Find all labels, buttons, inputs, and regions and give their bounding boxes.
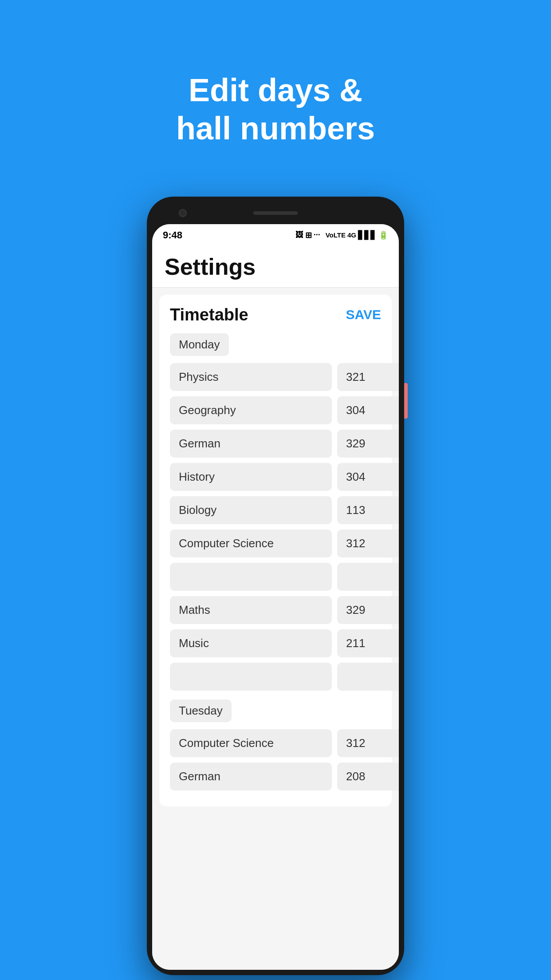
- subject-input-music[interactable]: [170, 629, 332, 657]
- subject-input-maths[interactable]: [170, 596, 332, 624]
- subject-input-german[interactable]: [170, 430, 332, 458]
- status-bars: ▋▋▋: [358, 230, 377, 240]
- subject-input-empty1[interactable]: [170, 563, 332, 591]
- subject-input-geography[interactable]: [170, 396, 332, 424]
- status-icon-photos: 🖼: [295, 230, 303, 240]
- table-row-empty2: [170, 663, 381, 691]
- status-battery: 🔋: [378, 230, 388, 240]
- room-input-music[interactable]: [337, 629, 399, 657]
- side-button: [404, 383, 408, 419]
- subject-input-cs1[interactable]: [170, 530, 332, 557]
- status-time: 9:48: [163, 229, 182, 241]
- table-row: [170, 729, 381, 757]
- card-title: Timetable: [170, 305, 248, 324]
- table-row: [170, 396, 381, 424]
- table-row: [170, 596, 381, 624]
- table-row: [170, 430, 381, 458]
- camera-icon: [179, 209, 187, 217]
- room-input-empty2[interactable]: [337, 663, 399, 691]
- subject-input-history[interactable]: [170, 463, 332, 491]
- status-icons: 🖼 ⊞ ··· VoLTE 4G ▋▋▋ 🔋: [295, 230, 388, 240]
- card-header: Timetable SAVE: [170, 305, 381, 324]
- room-input-cs1[interactable]: [337, 530, 399, 557]
- subject-input-biology[interactable]: [170, 496, 332, 524]
- hero-title: Edit days & hall numbers: [0, 36, 551, 174]
- status-signal: VoLTE: [326, 231, 346, 239]
- table-row: [170, 629, 381, 657]
- day-label-tuesday: Tuesday: [170, 699, 232, 722]
- day-label-monday: Monday: [170, 333, 229, 356]
- phone-notch: [152, 202, 399, 224]
- speaker: [253, 211, 298, 215]
- room-input-biology[interactable]: [337, 496, 399, 524]
- room-input-maths[interactable]: [337, 596, 399, 624]
- room-input-history[interactable]: [337, 463, 399, 491]
- table-row: [170, 763, 381, 790]
- table-row: [170, 496, 381, 524]
- timetable-card: Timetable SAVE Monday: [159, 295, 392, 806]
- page-title: Settings: [165, 253, 386, 280]
- room-input-empty1[interactable]: [337, 563, 399, 591]
- room-input-german[interactable]: [337, 430, 399, 458]
- subject-input-german2[interactable]: [170, 763, 332, 790]
- subject-input-empty2[interactable]: [170, 663, 332, 691]
- table-row: [170, 463, 381, 491]
- table-row: [170, 530, 381, 557]
- save-button[interactable]: SAVE: [346, 307, 381, 322]
- room-input-physics[interactable]: [337, 363, 399, 391]
- app-header: Settings: [152, 245, 399, 288]
- table-row: [170, 363, 381, 391]
- room-input-cs2[interactable]: [337, 729, 399, 757]
- table-row-empty1: [170, 563, 381, 591]
- content-area: Timetable SAVE Monday: [152, 288, 399, 970]
- status-icon-dots: ···: [314, 230, 320, 240]
- phone-frame: 9:48 🖼 ⊞ ··· VoLTE 4G ▋▋▋ 🔋 Settings: [147, 197, 404, 975]
- subject-input-cs2[interactable]: [170, 729, 332, 757]
- status-4g: 4G: [347, 231, 356, 239]
- room-input-geography[interactable]: [337, 396, 399, 424]
- phone-screen: 9:48 🖼 ⊞ ··· VoLTE 4G ▋▋▋ 🔋 Settings: [152, 224, 399, 970]
- status-icon-grid: ⊞: [305, 230, 312, 240]
- room-input-german2[interactable]: [337, 763, 399, 790]
- subject-input-physics[interactable]: [170, 363, 332, 391]
- status-bar: 9:48 🖼 ⊞ ··· VoLTE 4G ▋▋▋ 🔋: [152, 224, 399, 245]
